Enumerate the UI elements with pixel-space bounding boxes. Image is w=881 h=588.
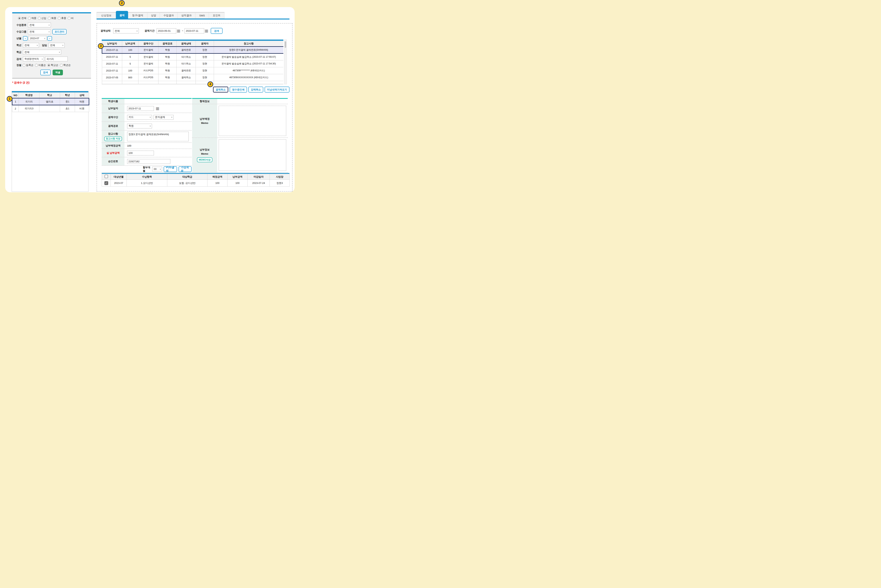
select-all-checkbox[interactable] xyxy=(105,175,108,178)
year-month-label: 년월 xyxy=(17,37,21,40)
chevron-down-icon: ∨ xyxy=(42,58,43,60)
payment-panel: 결제상태 전체 ∨ 결제기간 ▦ ~ ▦ 검색 납부일자 납부금액 결제수단 결… xyxy=(96,23,293,192)
teacher-select[interactable]: 전체 ∨ xyxy=(48,43,65,48)
search-type-select[interactable]: 학생명/연락처 ∨ xyxy=(23,57,44,62)
item-checkbox[interactable]: ✓ xyxy=(104,181,108,185)
code-manage-button[interactable]: 코드관리 xyxy=(53,29,66,34)
pay-method-sub-select[interactable]: 문자결제 ∨ xyxy=(153,115,174,120)
status-radio-non[interactable] xyxy=(68,17,71,20)
student-name-value xyxy=(125,99,192,104)
pay-route-label: 결제경로 xyxy=(102,122,125,130)
class-type-label: 수업종류 xyxy=(17,23,26,27)
year-month-select[interactable]: 2023-07 ∨ xyxy=(29,36,47,41)
tab-billing-payment[interactable]: 청구/결제 xyxy=(128,12,147,18)
print-receipt-button[interactable]: 영수증인쇄 xyxy=(230,87,247,93)
plan-memo-label: 납부예정 xyxy=(200,117,210,121)
approval-number-input[interactable] xyxy=(127,159,170,164)
note-label: 참고사항 xyxy=(108,132,118,135)
tab-points[interactable]: 포인트 xyxy=(209,12,224,18)
status-radio-label: 재원 xyxy=(32,16,36,20)
note-textarea[interactable]: 정현3 문자결제 결제완료(SHINHAN) xyxy=(127,132,189,141)
pay-status-select[interactable]: 전체 ∨ xyxy=(113,28,139,33)
payment-row[interactable]: 2023-07-11 5 문자결제 학원 대기취소 정현 문자결제 발송실패 발… xyxy=(102,60,284,67)
force-cancel-button[interactable]: 강제취소 xyxy=(248,87,263,93)
chevron-down-icon: ∨ xyxy=(160,168,161,170)
sort-radio-grade[interactable] xyxy=(60,64,63,67)
student-search-button[interactable]: 검색 xyxy=(41,70,51,75)
filter-panel-top-bar xyxy=(12,12,91,14)
actual-amount-label: 실 납부금액 xyxy=(102,149,125,157)
sort-radio-register[interactable] xyxy=(23,64,26,67)
tab-personal-info[interactable]: 신상정보 xyxy=(96,12,116,18)
sibling-info-value xyxy=(217,99,288,104)
tab-payment[interactable]: 결제 xyxy=(116,11,128,20)
status-radio-rest[interactable] xyxy=(58,17,61,20)
actual-amount-input[interactable] xyxy=(127,151,154,155)
result-count: * 검색수 (2 건) xyxy=(12,81,30,84)
page: 전체 재원 신입 퇴원 휴원 비 수업종류 전체 ∨ 수강그룹 전체 ∨ xyxy=(0,0,300,200)
chevron-left-icon: ‹ xyxy=(25,37,26,40)
virtual-account-button[interactable]: 가상계좌 xyxy=(179,166,192,172)
calendar-icon[interactable]: ▦ xyxy=(155,106,160,111)
next-month-button[interactable]: › xyxy=(47,36,52,41)
sort-radio-name[interactable] xyxy=(35,64,38,67)
tab-consult[interactable]: 상담 xyxy=(147,12,160,18)
status-radio-enrolled[interactable] xyxy=(28,17,31,20)
pay-method-select[interactable]: 카드 ∨ xyxy=(127,115,152,120)
tab-sms[interactable]: SMS xyxy=(195,12,209,18)
payment-row[interactable]: 2023-07-11 100 카드POS 학원 결제완료 정현 467309**… xyxy=(102,67,284,74)
payment-row[interactable]: 2023-07-11 5 문자결제 학원 대기취소 정현 문자결제 발송실패 발… xyxy=(102,54,284,60)
grade-select[interactable]: 전체 ∨ xyxy=(23,43,39,48)
payment-row[interactable]: 2023-07-05 900 카드POS 학원 결제취소 정현 467309XX… xyxy=(102,74,284,81)
excel-button[interactable]: 엑셀 xyxy=(53,70,63,75)
course-group-label: 수강그룹 xyxy=(17,30,26,33)
pay-date-input[interactable] xyxy=(127,106,154,111)
scrollbar-thumb[interactable] xyxy=(285,41,286,48)
installment-select[interactable]: 00 ∨ xyxy=(152,167,162,171)
info-memo-textarea[interactable] xyxy=(219,140,286,171)
sort-label: 정렬 xyxy=(17,63,21,67)
calendar-icon[interactable]: ▦ xyxy=(177,28,181,33)
tab-class-result[interactable]: 수업결과 xyxy=(160,12,178,18)
class-select[interactable]: 전체 ∨ xyxy=(23,50,61,54)
status-radio-group: 전체 재원 신입 퇴원 휴원 비 xyxy=(18,16,97,20)
calendar-icon[interactable]: ▦ xyxy=(204,28,209,33)
status-radio-all[interactable] xyxy=(18,17,21,20)
item-table: 대상년월 수납항목 대상학급 예정금액 납부금액 마감일자 사업장 ✓ 2023… xyxy=(102,174,290,187)
payment-table-scrollbar[interactable] xyxy=(284,40,287,84)
pay-route-select[interactable]: 학원 ∨ xyxy=(127,124,152,129)
student-row[interactable]: 2 곡기리3 초1 비원 xyxy=(12,105,89,112)
item-table-wrap: 대상년월 수납항목 대상학급 예정금액 납부금액 마감일자 사업장 ✓ 2023… xyxy=(102,173,290,187)
prev-month-button[interactable]: ‹ xyxy=(23,36,27,41)
pos-payment-button[interactable]: POS결제 xyxy=(164,166,177,172)
chevron-right-icon: › xyxy=(50,37,50,40)
memo-save-button[interactable]: MEMO저장 xyxy=(197,158,212,162)
step-badge-2: 2 xyxy=(119,0,125,6)
import-unpaid-button[interactable]: 미납내역가져오기 xyxy=(265,87,290,93)
payment-table-header: 납부일자 납부금액 결제수단 결제경로 결제상태 결제자 참고사항 xyxy=(102,41,284,46)
note-save-button[interactable]: 참고사항 저장 xyxy=(104,136,122,141)
status-radio-withdrawn[interactable] xyxy=(48,17,51,20)
sort-radio-school[interactable] xyxy=(47,64,50,67)
student-result-box: NO 학생명 학교 학년 상태 1 곡기리 엘리초 중1 재원 2 곡기리3 초… xyxy=(12,91,89,192)
chevron-down-icon: ∨ xyxy=(150,116,151,118)
student-row-selected[interactable]: 1 곡기리 엘리초 중1 재원 xyxy=(12,98,89,105)
search-keyword-input[interactable] xyxy=(45,57,68,62)
payment-table-wrap: 납부일자 납부금액 결제수단 결제경로 결제상태 결제자 참고사항 2023-0… xyxy=(102,40,283,84)
tab-grade-result[interactable]: 성적결과 xyxy=(177,12,195,18)
payment-table: 납부일자 납부금액 결제수단 결제경로 결제상태 결제자 참고사항 2023-0… xyxy=(102,41,283,84)
status-radio-new[interactable] xyxy=(38,17,41,20)
pay-search-button[interactable]: 검색 xyxy=(211,28,222,34)
expected-amount-label: 납부예정금액 xyxy=(102,143,125,148)
class-label: 학급 xyxy=(17,51,21,54)
course-group-select[interactable]: 전체 ∨ xyxy=(28,30,51,34)
payment-detail-form: 학생이름 납부일자 ▦ 결제수단 카드 ∨ 문자결제 xyxy=(102,98,192,166)
search-label: 검색 xyxy=(17,57,21,61)
cancel-payment-button[interactable]: 결제취소 xyxy=(213,87,228,93)
plan-memo-textarea[interactable] xyxy=(219,106,286,136)
pay-date-to-input[interactable] xyxy=(185,28,204,33)
payment-row-selected[interactable]: 2023-07-11 100 문자결제 학원 결제완료 정현 정현3 문자결제 … xyxy=(102,46,284,54)
item-row[interactable]: ✓ 2023-07 1.오디션반 보컬 -오디션반 100 100 2023-0… xyxy=(102,180,290,187)
pay-date-from-input[interactable] xyxy=(156,28,176,33)
class-type-select[interactable]: 전체 ∨ xyxy=(28,22,51,27)
